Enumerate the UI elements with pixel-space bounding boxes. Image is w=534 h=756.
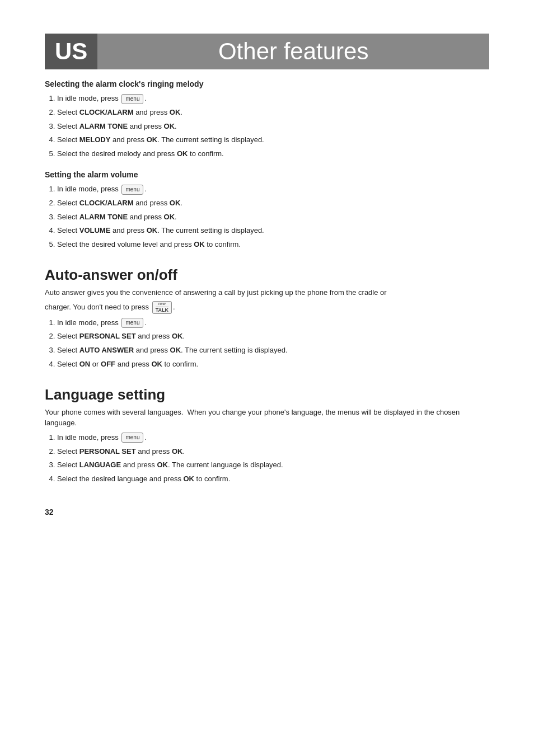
alarm-clock-steps: In idle mode, press menu. Select CLOCK/A…	[57, 93, 489, 160]
list-item: Select the desired volume level and pres…	[57, 239, 489, 251]
header-title: Other features	[97, 34, 489, 69]
alarm-clock-section: Selecting the alarm clock's ringing melo…	[45, 79, 489, 160]
auto-answer-heading: Auto-answer on/off	[45, 266, 489, 284]
list-item: In idle mode, press menu.	[57, 317, 489, 329]
alarm-clock-heading: Selecting the alarm clock's ringing melo…	[45, 79, 489, 88]
auto-answer-desc1: Auto answer gives you the convenience of…	[45, 287, 489, 298]
menu-button-icon: menu	[121, 433, 143, 443]
alarm-volume-section: Setting the alarm volume In idle mode, p…	[45, 170, 489, 251]
list-item: Select CLOCK/ALARM and press OK.	[57, 107, 489, 119]
header-us-label: US	[45, 34, 97, 69]
auto-answer-section: Auto-answer on/off Auto answer gives you…	[45, 266, 489, 370]
list-item: Select ALARM TONE and press OK.	[57, 121, 489, 133]
list-item: Select the desired melody and press OK t…	[57, 148, 489, 160]
list-item: Select VOLUME and press OK. The current …	[57, 225, 489, 237]
alarm-volume-steps: In idle mode, press menu. Select CLOCK/A…	[57, 184, 489, 251]
list-item: Select PERSONAL SET and press OK.	[57, 446, 489, 458]
list-item: Select PERSONAL SET and press OK.	[57, 331, 489, 342]
list-item: In idle mode, press menu.	[57, 93, 489, 105]
menu-button-icon: menu	[121, 185, 143, 195]
language-desc: Your phone comes with several languages.…	[45, 407, 489, 429]
list-item: Select ON or OFF and press OK to confirm…	[57, 359, 489, 370]
menu-button-icon: menu	[121, 94, 143, 104]
language-steps: In idle mode, press menu. Select PERSONA…	[57, 432, 489, 485]
list-item: Select CLOCK/ALARM and press OK.	[57, 198, 489, 209]
list-item: In idle mode, press menu.	[57, 432, 489, 444]
talk-button-icon: new TALK	[152, 301, 172, 313]
page: US Other features Selecting the alarm cl…	[0, 0, 534, 756]
list-item: Select MELODY and press OK. The current …	[57, 134, 489, 146]
list-item: In idle mode, press menu.	[57, 184, 489, 195]
auto-answer-steps: In idle mode, press menu. Select PERSONA…	[57, 317, 489, 370]
auto-answer-desc2: charger. You don't need to press new TAL…	[45, 301, 489, 313]
list-item: Select ALARM TONE and press OK.	[57, 212, 489, 223]
list-item: Select the desired language and press OK…	[57, 473, 489, 485]
list-item: Select LANGUAGE and press OK. The curren…	[57, 459, 489, 471]
header-bar: US Other features	[45, 34, 489, 69]
menu-button-icon: menu	[121, 318, 143, 328]
alarm-volume-heading: Setting the alarm volume	[45, 170, 489, 179]
language-heading: Language setting	[45, 386, 489, 403]
list-item: Select AUTO ANSWER and press OK. The cur…	[57, 345, 489, 356]
page-number: 32	[45, 508, 489, 516]
language-section: Language setting Your phone comes with s…	[45, 386, 489, 485]
